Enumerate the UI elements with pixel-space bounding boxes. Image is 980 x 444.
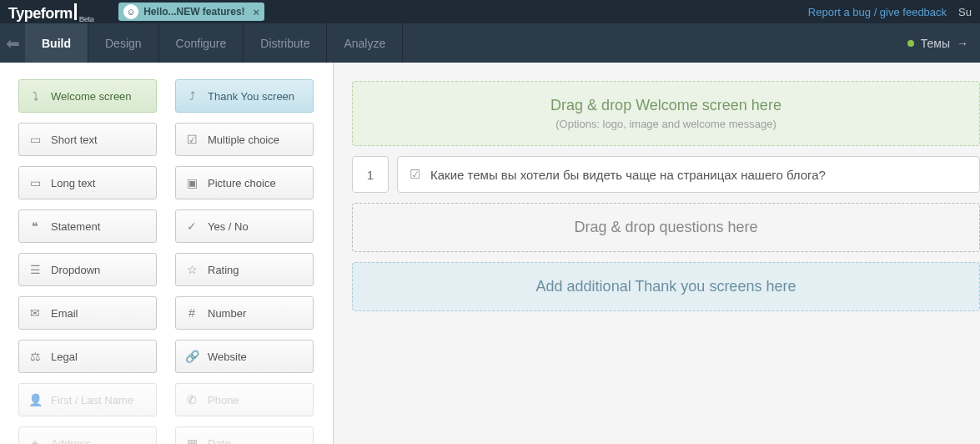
block-label: Email — [51, 307, 78, 320]
top-bar: Typeform Beta ☺ Hello...NEW features! × … — [0, 0, 980, 23]
block-dropdown[interactable]: ☰ Dropdown — [18, 253, 157, 286]
block-label: Dropdown — [51, 264, 100, 276]
notification-tab[interactable]: ☺ Hello...NEW features! × — [118, 3, 264, 21]
tab-bar: ⬅ Build Design Configure Distribute Anal… — [0, 23, 980, 63]
block-palette: ⤵ Welcome screen ⤴ Thank You screen ▭ Sh… — [0, 63, 334, 444]
project-name-text: Темы — [921, 37, 950, 50]
workspace: ⤵ Welcome screen ⤴ Thank You screen ▭ Sh… — [0, 63, 980, 444]
block-label: Date — [208, 437, 230, 445]
name-icon: 👤 — [28, 393, 43, 406]
yes-no-icon: ✓ — [184, 219, 199, 233]
block-rating[interactable]: ☆ Rating — [175, 253, 314, 286]
notification-avatar-icon: ☺ — [123, 4, 138, 19]
block-legal[interactable]: ⚖ Legal — [18, 340, 157, 373]
short-text-icon: ▭ — [28, 133, 43, 146]
block-label: First / Last Name — [51, 394, 133, 406]
status-dot-icon — [907, 40, 914, 47]
block-welcome-screen[interactable]: ⤵ Welcome screen — [18, 79, 157, 113]
tab-configure[interactable]: Configure — [159, 23, 244, 63]
multiple-choice-icon: ☑ — [184, 133, 199, 146]
tab-distribute[interactable]: Distribute — [244, 23, 327, 63]
number-icon: # — [184, 306, 199, 320]
block-yes-no[interactable]: ✓ Yes / No — [175, 209, 314, 243]
block-label: Website — [208, 351, 247, 363]
block-address: ⌖ Address — [18, 426, 157, 444]
multiple-choice-icon: ☑ — [410, 167, 420, 182]
feedback-link[interactable]: Report a bug / give feedback — [808, 6, 947, 18]
block-label: Multiple choice — [208, 134, 279, 146]
legal-icon: ⚖ — [28, 350, 43, 363]
block-thank-you-screen[interactable]: ⤴ Thank You screen — [175, 79, 314, 113]
notification-text: Hello...NEW features! — [143, 6, 244, 18]
picture-choice-icon: ▣ — [184, 176, 199, 189]
block-label: Legal — [51, 351, 78, 363]
question-row[interactable]: 1 ☑ Какие темы вы хотели бы видеть чаще … — [352, 156, 980, 193]
date-icon: ▦ — [184, 436, 199, 444]
question-body[interactable]: ☑ Какие темы вы хотели бы видеть чаще на… — [397, 156, 980, 193]
topbar-right-trunc: Su — [958, 6, 972, 18]
welcome-icon: ⤵ — [28, 89, 43, 103]
dropzone-title: Drag & drop Welcome screen here — [361, 97, 971, 114]
block-date: ▦ Date — [175, 426, 314, 444]
welcome-dropzone[interactable]: Drag & drop Welcome screen here (Options… — [352, 81, 980, 146]
close-icon[interactable]: × — [254, 6, 260, 18]
block-long-text[interactable]: ▭ Long text — [18, 166, 157, 199]
block-phone: ✆ Phone — [175, 383, 314, 416]
logo-cursor — [74, 3, 77, 20]
block-label: Short text — [51, 134, 98, 146]
block-email[interactable]: ✉ Email — [18, 296, 157, 330]
block-label: Number — [208, 307, 246, 320]
block-label: Thank You screen — [208, 90, 294, 103]
dropzone-title: Drag & drop questions here — [361, 219, 971, 236]
project-name[interactable]: Темы → — [896, 23, 980, 63]
back-arrow-icon[interactable]: ⬅ — [0, 23, 25, 63]
statement-icon: ❝ — [28, 219, 43, 233]
block-first-last-name: 👤 First / Last Name — [18, 383, 157, 416]
tab-build[interactable]: Build — [25, 23, 88, 63]
tab-design[interactable]: Design — [88, 23, 159, 63]
question-text: Какие темы вы хотели бы видеть чаще на с… — [430, 168, 826, 182]
beta-badge: Beta — [79, 15, 94, 23]
long-text-icon: ▭ — [28, 176, 43, 189]
block-label: Address — [51, 437, 91, 445]
block-multiple-choice[interactable]: ☑ Multiple choice — [175, 123, 314, 156]
address-icon: ⌖ — [28, 436, 43, 445]
thankyou-dropzone[interactable]: Add additional Thank you screens here — [352, 262, 980, 311]
block-label: Phone — [208, 394, 239, 406]
dropdown-icon: ☰ — [28, 263, 43, 276]
block-number[interactable]: # Number — [175, 296, 314, 330]
block-website[interactable]: 🔗 Website — [175, 340, 314, 373]
thankyou-icon: ⤴ — [184, 89, 199, 103]
dropzone-title: Add additional Thank you screens here — [361, 278, 971, 295]
block-label: Welcome screen — [51, 90, 132, 103]
question-number: 1 — [352, 156, 389, 193]
block-label: Long text — [51, 177, 96, 189]
arrow-right-icon: → — [957, 37, 968, 50]
email-icon: ✉ — [28, 306, 43, 320]
block-label: Picture choice — [208, 177, 276, 189]
logo: Typeform Beta — [8, 2, 93, 23]
website-icon: 🔗 — [184, 350, 199, 363]
block-short-text[interactable]: ▭ Short text — [18, 123, 157, 156]
canvas: Drag & drop Welcome screen here (Options… — [334, 63, 980, 444]
block-label: Yes / No — [208, 220, 249, 233]
dropzone-subtitle: (Options: logo, image and welcome messag… — [361, 118, 971, 130]
block-label: Statement — [51, 220, 100, 233]
block-label: Rating — [208, 264, 239, 276]
block-statement[interactable]: ❝ Statement — [18, 209, 157, 243]
logo-text: Typeform — [8, 5, 73, 23]
questions-dropzone[interactable]: Drag & drop questions here — [352, 203, 980, 252]
phone-icon: ✆ — [184, 393, 199, 406]
tab-analyze[interactable]: Analyze — [327, 23, 403, 63]
rating-icon: ☆ — [184, 263, 199, 276]
block-picture-choice[interactable]: ▣ Picture choice — [175, 166, 314, 199]
